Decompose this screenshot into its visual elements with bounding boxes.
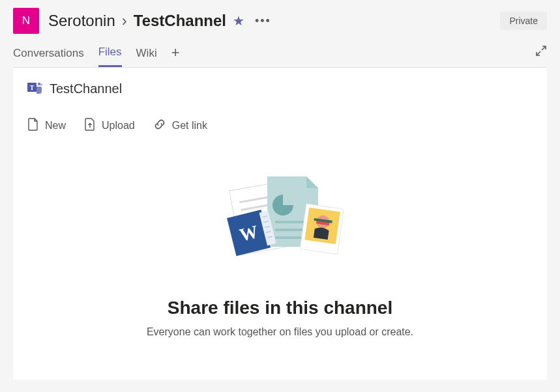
new-button[interactable]: New: [27, 118, 66, 133]
files-illustration: W: [209, 173, 352, 283]
tab-wiki[interactable]: Wiki: [136, 43, 157, 66]
channel-name: TestChannel: [134, 12, 226, 30]
upload-icon: [84, 118, 96, 133]
upload-label: Upload: [102, 120, 135, 132]
new-label: New: [45, 120, 66, 132]
empty-state-subtitle: Everyone can work together on files you …: [147, 326, 413, 338]
new-file-icon: [27, 118, 39, 133]
svg-point-3: [40, 83, 42, 85]
favorite-star-icon[interactable]: ★: [233, 13, 244, 29]
privacy-badge: Private: [500, 12, 547, 30]
team-name[interactable]: Serotonin: [48, 12, 115, 30]
link-icon: [153, 118, 166, 133]
upload-button[interactable]: Upload: [84, 118, 135, 133]
more-options-button[interactable]: •••: [251, 12, 275, 31]
get-link-button[interactable]: Get link: [153, 118, 207, 133]
teams-logo-icon: T: [27, 79, 43, 98]
breadcrumb: Serotonin › TestChannel ★ •••: [48, 12, 491, 31]
chevron-right-icon: ›: [122, 12, 127, 30]
expand-icon[interactable]: [535, 45, 547, 64]
empty-state-title: Share files in this channel: [168, 298, 392, 318]
action-toolbar: New Upload Get link: [13, 98, 547, 133]
tab-files[interactable]: Files: [98, 42, 122, 67]
svg-point-2: [38, 83, 40, 85]
tab-bar: Conversations Files Wiki +: [0, 39, 560, 67]
files-panel: T TestChannel New: [13, 67, 547, 380]
tab-conversations[interactable]: Conversations: [13, 43, 84, 66]
folder-header: T TestChannel: [13, 68, 547, 98]
svg-text:T: T: [30, 84, 35, 91]
team-avatar: N: [13, 8, 39, 34]
add-tab-button[interactable]: +: [171, 44, 180, 65]
folder-title: TestChannel: [50, 81, 122, 96]
empty-state: W Share files in this channel Everyone c…: [13, 133, 547, 338]
channel-header: N Serotonin › TestChannel ★ ••• Private: [0, 0, 560, 39]
get-link-label: Get link: [172, 120, 207, 132]
